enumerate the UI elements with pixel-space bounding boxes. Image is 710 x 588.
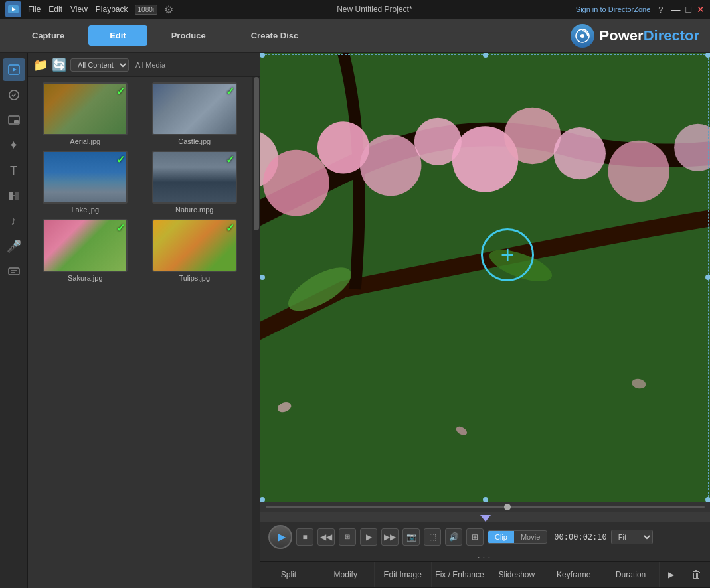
- screenshot-button[interactable]: 📷: [402, 528, 420, 546]
- titlebar: File Edit View Playback 1080i ⚙ New Unti…: [0, 0, 710, 19]
- media-item-lake[interactable]: ✓ Lake.jpg: [33, 151, 137, 214]
- more-dots-icon: ···: [478, 551, 493, 562]
- stop-button[interactable]: ■: [296, 528, 313, 546]
- delete-button[interactable]: 🗑: [683, 569, 710, 581]
- mode-clip[interactable]: Clip: [488, 531, 514, 543]
- scrubber-thumb[interactable]: [504, 504, 511, 510]
- prev-frame-button[interactable]: ◀◀: [317, 528, 335, 546]
- scrubber-track[interactable]: [266, 506, 705, 508]
- media-panel: 📁 🔄 All Content All Media ✓ Aerial.jpg ✓: [28, 53, 260, 588]
- media-grid: ✓ Aerial.jpg ✓ Castle.jpg ✓ Lake.jpg: [28, 77, 252, 588]
- sidebar-icon-media[interactable]: [3, 58, 25, 81]
- media-type-label: All Media: [135, 61, 165, 69]
- media-label-tulips: Tulips.jpg: [179, 274, 210, 282]
- media-scrollbar[interactable]: [252, 77, 260, 588]
- duration-button[interactable]: Duration: [602, 562, 660, 587]
- app-name: PowerDirector: [600, 27, 699, 44]
- content-filter-select[interactable]: All Content: [70, 58, 129, 72]
- sidebar-icon-title[interactable]: T: [3, 159, 25, 182]
- media-item-nature[interactable]: ✓ Nature.mpg: [143, 151, 247, 214]
- more-tools-button[interactable]: ▶: [660, 562, 683, 587]
- preview-scrubber[interactable]: [260, 502, 710, 512]
- close-button[interactable]: ✕: [697, 4, 705, 15]
- media-label-sakura: Sakura.jpg: [68, 274, 103, 282]
- project-title-area: New Untitled Project*: [337, 5, 412, 14]
- svg-rect-10: [15, 192, 19, 200]
- preview-area: +: [260, 53, 710, 588]
- app-logo: [5, 1, 21, 17]
- settings-icon[interactable]: ⚙: [164, 3, 173, 16]
- svg-rect-9: [9, 192, 13, 200]
- sidebar-icon-subtitles[interactable]: [3, 260, 25, 283]
- svg-point-23: [504, 108, 561, 164]
- media-item-castle[interactable]: ✓ Castle.jpg: [143, 82, 247, 145]
- time-display: 00:00:02:10: [554, 532, 606, 542]
- refresh-icon[interactable]: 🔄: [52, 58, 66, 72]
- sidebar-icon-particles[interactable]: ✦: [3, 134, 25, 157]
- svg-point-18: [263, 150, 329, 216]
- modify-button[interactable]: Modify: [317, 562, 375, 587]
- sign-in-link[interactable]: Sign in to DirectorZone: [576, 5, 651, 13]
- project-name: New Untitled Project*: [337, 5, 412, 14]
- playback-mode-selector: Clip Movie: [488, 530, 547, 544]
- keyframe-button[interactable]: Keyframe: [545, 562, 602, 587]
- sidebar-icon-voiceover[interactable]: 🎤: [3, 235, 25, 257]
- nav-tabs: Capture Edit Produce Create Disc: [11, 25, 319, 46]
- fullscreen-button[interactable]: ⬚: [424, 528, 441, 546]
- sidebar-icon-transitions[interactable]: [3, 184, 25, 207]
- resolution-badge: 1080i: [135, 5, 157, 15]
- sidebar-icon-effects[interactable]: [3, 84, 25, 106]
- svg-point-3: [580, 34, 584, 38]
- navbar: Capture Edit Produce Create Disc PowerDi…: [0, 19, 710, 53]
- media-toolbar: 📁 🔄 All Content All Media: [28, 53, 260, 77]
- play-button[interactable]: ▶: [268, 525, 292, 549]
- playback-controls: ▶ ■ ◀◀ ⊞ ▶ ▶▶ 📷 ⬚ 🔊 ⊞ Clip Movie 00:00:0…: [260, 522, 710, 551]
- snap-button[interactable]: ⊞: [339, 528, 356, 546]
- slideshow-button[interactable]: Slideshow: [488, 562, 545, 587]
- menu-edit[interactable]: Edit: [48, 5, 62, 14]
- folder-icon[interactable]: 📁: [33, 58, 48, 72]
- menu-bar: File Edit View Playback: [28, 5, 128, 14]
- media-item-tulips[interactable]: ✓ Tulips.jpg: [143, 219, 247, 282]
- audio-button[interactable]: 🔊: [445, 528, 462, 546]
- svg-point-27: [608, 141, 670, 202]
- fix-enhance-button[interactable]: Fix / Enhance: [432, 562, 489, 587]
- layout-button[interactable]: ⊞: [466, 528, 484, 546]
- tab-capture[interactable]: Capture: [11, 25, 86, 46]
- minimize-button[interactable]: —: [671, 4, 681, 15]
- app-logo-nav: [571, 24, 594, 48]
- next-frame-button[interactable]: ▶: [360, 528, 377, 546]
- menu-file[interactable]: File: [28, 5, 41, 14]
- playhead-triangle: [480, 515, 491, 522]
- media-item-aerial[interactable]: ✓ Aerial.jpg: [33, 82, 137, 145]
- edit-toolbar: Split Modify Edit Image Fix / Enhance Sl…: [260, 561, 710, 588]
- more-options-bar[interactable]: ···: [260, 551, 710, 561]
- media-item-sakura[interactable]: ✓ Sakura.jpg: [33, 219, 137, 282]
- tab-edit[interactable]: Edit: [88, 25, 147, 46]
- tab-produce[interactable]: Produce: [150, 25, 227, 46]
- menu-playback[interactable]: Playback: [96, 5, 128, 14]
- left-sidebar: ✦ T ♪ 🎤: [0, 53, 28, 588]
- sidebar-icon-pip[interactable]: [3, 109, 25, 131]
- tab-create-disc[interactable]: Create Disc: [230, 25, 320, 46]
- maximize-button[interactable]: □: [686, 4, 691, 15]
- fast-forward-button[interactable]: ▶▶: [381, 528, 399, 546]
- help-button[interactable]: ?: [658, 5, 663, 15]
- preview-canvas: +: [260, 53, 710, 502]
- menu-view[interactable]: View: [70, 5, 88, 14]
- zoom-select[interactable]: Fit 50% 100% 200%: [611, 530, 653, 544]
- preview-image: +: [260, 53, 710, 502]
- preview-add-button[interactable]: +: [481, 228, 534, 281]
- mode-movie[interactable]: Movie: [514, 531, 547, 543]
- media-label-aerial: Aerial.jpg: [70, 137, 100, 145]
- svg-point-20: [360, 135, 422, 196]
- app-branding: PowerDirector: [571, 24, 699, 48]
- media-label-nature: Nature.mpg: [175, 206, 213, 214]
- edit-image-button[interactable]: Edit Image: [375, 562, 432, 587]
- playback-position-indicator: [260, 512, 710, 522]
- split-button[interactable]: Split: [260, 562, 317, 587]
- sidebar-icon-music[interactable]: ♪: [3, 210, 25, 232]
- svg-rect-8: [14, 120, 19, 123]
- svg-rect-12: [9, 268, 19, 275]
- media-label-lake: Lake.jpg: [71, 206, 99, 214]
